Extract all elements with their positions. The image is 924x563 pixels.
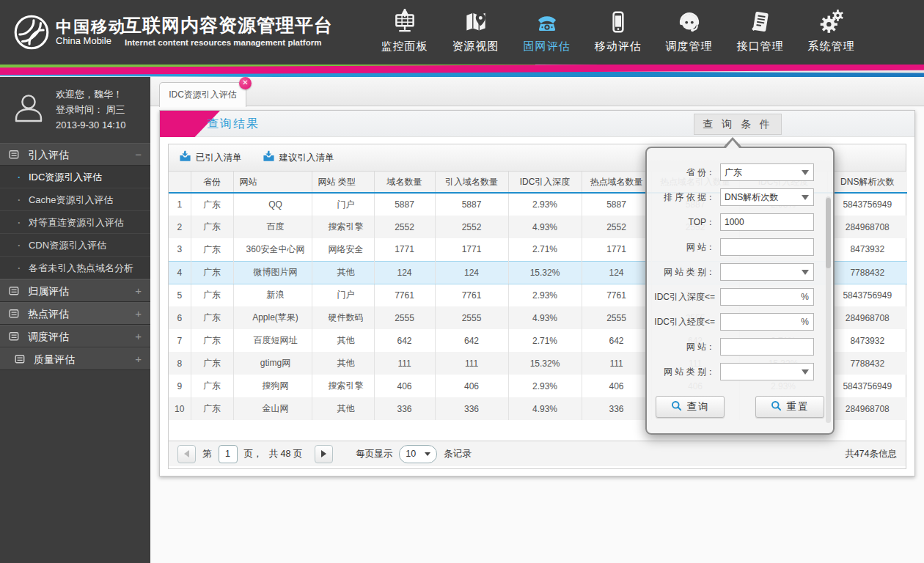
sidebar-section-intro-assessment[interactable]: 引入评估 − [0, 143, 150, 166]
collapse-icon[interactable]: − [135, 144, 142, 166]
column-header: 网站 类型 [312, 172, 374, 193]
result-title: 查询结果 [207, 111, 260, 137]
field-input[interactable]: % [720, 288, 814, 306]
table-cell: 5843756949 [827, 193, 907, 216]
percent-suffix: % [801, 289, 809, 305]
field-input[interactable] [720, 238, 814, 256]
field-input[interactable]: % [720, 313, 814, 331]
field-select[interactable]: 广东 [720, 163, 814, 181]
next-page-button[interactable] [315, 445, 333, 463]
popup-scrollbar [826, 196, 831, 423]
gears-icon [818, 8, 846, 36]
table-cell: 111 [374, 352, 435, 375]
table-cell: 3 [169, 238, 191, 261]
tab-idc-assessment[interactable]: IDC资源引入评估 ✕ [159, 82, 246, 107]
query-field: 省 份： 广东 [647, 160, 833, 185]
sidebar-section[interactable]: 热点评估 + [0, 302, 150, 325]
section-doc-icon [15, 350, 25, 372]
nav-item-label: 监控面板 [378, 40, 430, 54]
table-cell: 8473932 [827, 329, 907, 352]
sidebar-item[interactable]: · 对等直连资源引入评估 [0, 211, 150, 234]
export-list-button[interactable]: 已引入清单 [179, 150, 242, 165]
nav-item-label: 调度管理 [663, 40, 715, 54]
query-field: 排 序 依 据： DNS解析次数 [647, 185, 833, 210]
table-cell: 5887 [435, 193, 508, 216]
sidebar-section[interactable]: 归属评估 + [0, 279, 150, 302]
search-button[interactable]: 查询 [656, 396, 725, 418]
nav-item-7[interactable]: 系统管理 [805, 8, 857, 54]
nav-item-4[interactable]: 移动评估 [592, 8, 644, 54]
field-label: TOP： [647, 216, 720, 229]
field-input[interactable]: 1000 [720, 213, 814, 231]
sidebar-item[interactable]: · CDN资源引入评估 [0, 234, 150, 257]
table-cell: 124 [582, 261, 651, 284]
table-cell: 406 [435, 375, 508, 397]
table-cell: 搜索引擎 [312, 375, 374, 397]
nav-item-1[interactable]: 监控面板 [378, 8, 430, 54]
expand-icon[interactable]: + [135, 348, 142, 370]
table-cell: 搜狗网 [233, 375, 312, 397]
button-label: 查询 [687, 400, 710, 413]
page-number-input[interactable]: 1 [219, 445, 238, 463]
nav-item-label: 固网评估 [521, 40, 573, 54]
total-records-info: 共474条信息 [845, 448, 897, 460]
table-cell: 2555 [374, 306, 435, 329]
sidebar-section[interactable]: 质量评估 + [0, 347, 150, 370]
export-list-button[interactable]: 建议引入清单 [263, 150, 334, 165]
nav-item-5[interactable]: 调度管理 [663, 8, 715, 54]
page-size-value: 10 [406, 449, 416, 459]
column-header [169, 172, 191, 193]
sidebar-item-label: Cache资源引入评估 [29, 194, 114, 205]
prev-page-button[interactable] [177, 445, 196, 463]
table-cell: 2 [169, 216, 191, 238]
operator-icon [675, 8, 703, 36]
field-label: 网 站： [647, 341, 720, 353]
table-cell: 7 [169, 329, 191, 352]
field-select[interactable] [720, 263, 814, 281]
avatar-icon [10, 87, 48, 133]
telephone-icon [533, 8, 561, 36]
column-header: 热点域名数量 [582, 172, 651, 193]
table-cell: 360安全中心网 [233, 238, 312, 261]
table-cell: 284968708 [827, 306, 907, 329]
query-conditions-button[interactable]: 查 询 条 件 [694, 114, 782, 135]
table-cell: 5887 [374, 193, 435, 216]
section-label: 热点评估 [28, 308, 69, 320]
sidebar-section[interactable]: 调度评估 + [0, 325, 150, 347]
table-cell: 111 [435, 352, 508, 375]
sidebar-item[interactable]: · 各省未引入热点域名分析 [0, 257, 150, 279]
table-cell: 微博图片网 [233, 261, 312, 284]
nav-item-2[interactable]: 资源视图 [450, 8, 502, 54]
tab-close-icon[interactable]: ✕ [239, 77, 252, 89]
field-select[interactable] [720, 363, 814, 380]
query-field: 网 站 类 别： [647, 359, 833, 384]
column-header: DNS解析次数 [827, 172, 907, 193]
chevron-down-icon [802, 195, 809, 204]
section-doc-icon [9, 304, 19, 326]
expand-icon[interactable]: + [135, 325, 142, 347]
sidebar-item[interactable]: · IDC资源引入评估 [0, 166, 150, 188]
popup-scrollbar-thumb[interactable] [826, 198, 831, 268]
reset-button[interactable]: 重置 [755, 396, 824, 418]
page-size-select[interactable]: 10 [399, 445, 437, 463]
tab-bar: IDC资源引入评估 ✕ [150, 77, 924, 106]
table-cell: 8 [169, 352, 191, 375]
table-cell: 8473932 [827, 238, 907, 261]
nav-item-3[interactable]: 固网评估 [521, 8, 573, 54]
map-icon [462, 8, 490, 36]
table-cell: 百度短网址 [233, 329, 312, 352]
field-select[interactable]: DNS解析次数 [720, 188, 814, 206]
nav-item-label: 资源视图 [450, 40, 502, 54]
table-cell: QQ [233, 193, 312, 216]
field-input[interactable] [720, 338, 814, 356]
sidebar-item[interactable]: · Cache资源引入评估 [0, 188, 150, 211]
table-cell: 金山网 [233, 397, 312, 420]
table-cell: 2.93% [508, 284, 582, 306]
expand-icon[interactable]: + [135, 280, 142, 302]
table-cell: 10 [169, 397, 191, 420]
field-label: IDC引入深度<= [647, 291, 720, 303]
nav-item-6[interactable]: 接口管理 [734, 8, 786, 54]
table-cell: 广东 [191, 238, 233, 261]
table-cell: 2.93% [508, 375, 582, 397]
expand-icon[interactable]: + [135, 303, 142, 325]
